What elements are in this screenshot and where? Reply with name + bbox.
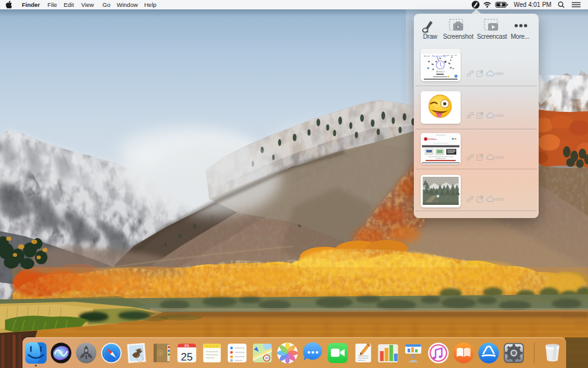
svg-text:How do you login?: How do you login?	[432, 55, 448, 57]
svg-text:NetNews: NetNews	[428, 138, 437, 141]
svg-text:Airmail 3: Airmail 3	[436, 71, 444, 73]
svg-text:30: 30	[265, 356, 268, 360]
svg-text:25: 25	[181, 351, 193, 363]
svg-text:JUL: JUL	[184, 344, 190, 347]
svg-text:Airmail: Airmail	[424, 55, 430, 57]
